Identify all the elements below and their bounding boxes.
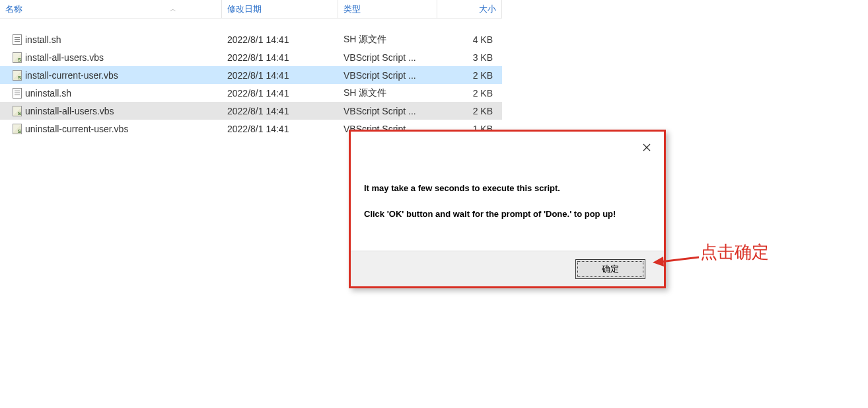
ok-button[interactable]: 确定: [575, 259, 645, 279]
file-date: 2022/8/1 14:41: [222, 122, 338, 136]
file-name: install.sh: [25, 34, 61, 45]
file-name: uninstall-all-users.vbs: [25, 106, 114, 116]
sh-file-icon: [12, 34, 22, 45]
file-list-panel: 名称 ︿ 修改日期 类型 大小 install.sh2022/8/1 14:41…: [0, 0, 502, 138]
file-date: 2022/8/1 14:41: [222, 33, 338, 46]
dialog-text-line2: Click 'OK' button and wait for the promp…: [364, 209, 651, 219]
file-type: SH 源文件: [338, 86, 437, 101]
file-size: 3 KB: [437, 51, 502, 64]
file-size: 2 KB: [437, 87, 502, 100]
sh-file-icon: [12, 88, 22, 99]
vbs-file-icon: [12, 124, 22, 134]
file-type: VBScript Script ...: [338, 69, 437, 82]
file-row[interactable]: install-current-user.vbs2022/8/1 14:41VB…: [0, 66, 502, 84]
annotation-label: 点击确定: [700, 241, 769, 264]
file-name: install-all-users.vbs: [25, 52, 104, 63]
close-button[interactable]: [639, 140, 655, 155]
file-rows-container: install.sh2022/8/1 14:41SH 源文件4 KBinstal…: [0, 19, 502, 138]
vbs-file-icon: [12, 52, 22, 63]
arrow-icon: [653, 247, 699, 267]
file-name-cell: install-current-user.vbs: [0, 69, 222, 82]
column-label: 名称: [5, 3, 22, 15]
file-size: 2 KB: [437, 69, 502, 82]
file-name: install-current-user.vbs: [25, 70, 118, 81]
file-name-cell: install.sh: [0, 33, 222, 46]
svg-marker-3: [653, 257, 664, 266]
file-name-cell: uninstall-current-user.vbs: [0, 122, 222, 136]
sort-ascending-icon: ︿: [170, 5, 176, 14]
close-icon: [643, 143, 651, 151]
file-name: uninstall.sh: [25, 88, 71, 99]
column-header-type[interactable]: 类型: [338, 0, 437, 18]
svg-line-2: [661, 257, 699, 262]
file-date: 2022/8/1 14:41: [222, 69, 338, 82]
file-name-cell: install-all-users.vbs: [0, 51, 222, 64]
dialog-text-line1: It may take a few seconds to execute thi…: [364, 183, 651, 193]
dialog-body: It may take a few seconds to execute thi…: [351, 132, 664, 219]
file-name-cell: uninstall.sh: [0, 87, 222, 100]
file-name: uninstall-current-user.vbs: [25, 124, 128, 134]
file-date: 2022/8/1 14:41: [222, 87, 338, 100]
file-type: VBScript Script ...: [338, 104, 437, 118]
file-size: 2 KB: [437, 104, 502, 118]
column-header-date[interactable]: 修改日期: [222, 0, 338, 18]
file-name-cell: uninstall-all-users.vbs: [0, 104, 222, 118]
file-date: 2022/8/1 14:41: [222, 51, 338, 64]
column-label: 类型: [344, 3, 361, 15]
column-label: 修改日期: [227, 3, 262, 15]
file-type: VBScript Script ...: [338, 51, 437, 64]
file-date: 2022/8/1 14:41: [222, 104, 338, 118]
file-row[interactable]: uninstall-all-users.vbs2022/8/1 14:41VBS…: [0, 102, 502, 120]
vbs-file-icon: [12, 70, 22, 81]
column-header-name[interactable]: 名称 ︿: [0, 0, 222, 18]
column-label: 大小: [479, 3, 496, 15]
column-header-row: 名称 ︿ 修改日期 类型 大小: [0, 0, 502, 19]
vbs-file-icon: [12, 106, 22, 116]
file-row[interactable]: uninstall.sh2022/8/1 14:41SH 源文件2 KB: [0, 84, 502, 102]
file-type: SH 源文件: [338, 32, 437, 47]
message-dialog: It may take a few seconds to execute thi…: [349, 130, 666, 288]
file-row[interactable]: install.sh2022/8/1 14:41SH 源文件4 KB: [0, 30, 502, 48]
dialog-footer: 确定: [351, 251, 664, 286]
file-row[interactable]: install-all-users.vbs2022/8/1 14:41VBScr…: [0, 48, 502, 66]
column-header-size[interactable]: 大小: [437, 0, 502, 18]
file-size: 4 KB: [437, 33, 502, 46]
